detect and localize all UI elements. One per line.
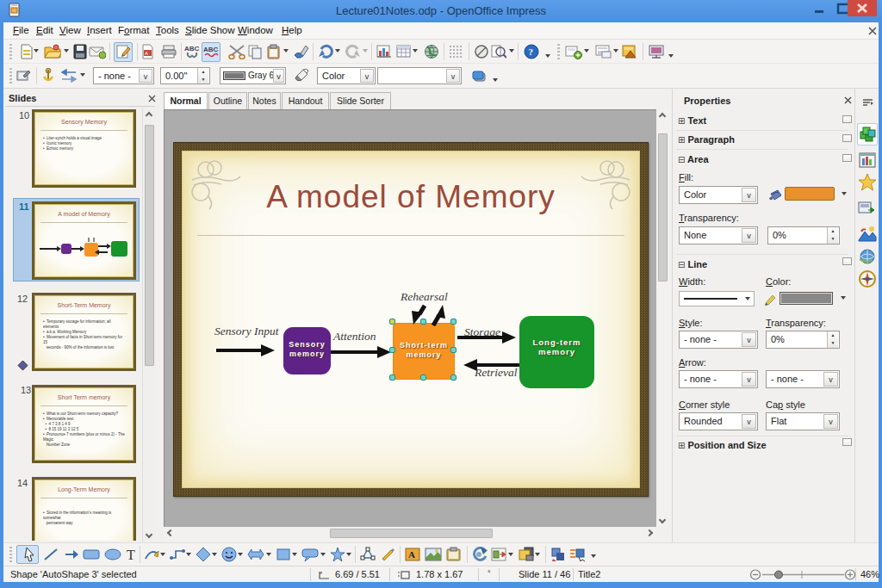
svg-text:A: A xyxy=(145,51,148,56)
svg-text:A: A xyxy=(408,549,415,560)
svg-text:ABC: ABC xyxy=(203,46,219,53)
svg-text:T: T xyxy=(127,548,135,562)
svg-text:?: ? xyxy=(529,46,534,57)
svg-text:ABC: ABC xyxy=(184,45,200,53)
